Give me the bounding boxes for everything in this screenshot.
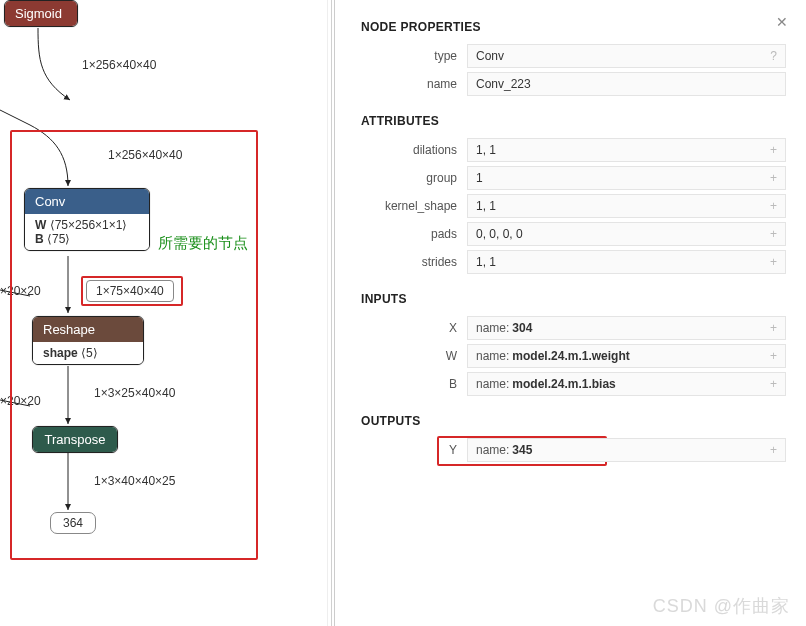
- attr-row-kernel-shape: kernel_shape 1, 1+: [361, 194, 786, 218]
- input-x-value[interactable]: name: 304+: [467, 316, 786, 340]
- output-row-y: Y name: 345+: [361, 438, 786, 462]
- plus-icon[interactable]: +: [770, 171, 777, 185]
- node-transpose-title: Transpose: [33, 427, 117, 452]
- tensor-tag-conv-out[interactable]: 1×75×40×40: [86, 280, 174, 302]
- node-conv[interactable]: Conv W ⟨75×256×1×1⟩ B ⟨75⟩: [24, 188, 150, 251]
- attr-row-group: group 1+: [361, 166, 786, 190]
- input-row-b: B name: model.24.m.1.bias+: [361, 372, 786, 396]
- output-y-value[interactable]: name: 345+: [467, 438, 786, 462]
- input-row-x: X name: 304+: [361, 316, 786, 340]
- plus-icon[interactable]: +: [770, 321, 777, 335]
- attr-pads-value[interactable]: 0, 0, 0, 0+: [467, 222, 786, 246]
- edge-dim-transpose-out: 1×3×40×40×25: [94, 474, 175, 488]
- node-reshape-title: Reshape: [33, 317, 143, 342]
- attr-group-value[interactable]: 1+: [467, 166, 786, 190]
- node-sigmoid-title: Sigmoid: [5, 1, 77, 26]
- node-reshape-body: shape ⟨5⟩: [33, 342, 143, 364]
- prop-row-name: name Conv_223: [361, 72, 786, 96]
- node-conv-body: W ⟨75×256×1×1⟩ B ⟨75⟩: [25, 214, 149, 250]
- panel-divider: [331, 0, 332, 626]
- plus-icon[interactable]: +: [770, 227, 777, 241]
- node-sigmoid[interactable]: Sigmoid: [4, 0, 78, 27]
- graph-canvas[interactable]: Sigmoid 1×256×40×40 ×20×20 ×20×20 1×256×…: [0, 0, 334, 626]
- attr-row-strides: strides 1, 1+: [361, 250, 786, 274]
- close-icon[interactable]: ✕: [776, 14, 788, 30]
- attr-row-dilations: dilations 1, 1+: [361, 138, 786, 162]
- prop-name-value[interactable]: Conv_223: [467, 72, 786, 96]
- node-transpose[interactable]: Transpose: [32, 426, 118, 453]
- properties-panel: ✕ NODE PROPERTIES type Conv ? name Conv_…: [334, 0, 806, 626]
- attr-strides-value[interactable]: 1, 1+: [467, 250, 786, 274]
- tensor-tag-final[interactable]: 364: [50, 512, 96, 534]
- attr-dilations-value[interactable]: 1, 1+: [467, 138, 786, 162]
- plus-icon[interactable]: +: [770, 143, 777, 157]
- plus-icon[interactable]: +: [770, 443, 777, 457]
- section-attributes-title: ATTRIBUTES: [361, 114, 786, 128]
- edge-dim-sigmoid-out: 1×256×40×40: [82, 58, 156, 72]
- attr-row-pads: pads 0, 0, 0, 0+: [361, 222, 786, 246]
- section-properties-title: NODE PROPERTIES: [361, 20, 786, 34]
- panel-divider-shadow: [327, 0, 328, 626]
- plus-icon[interactable]: +: [770, 199, 777, 213]
- edge-dim-reshape-out: 1×3×25×40×40: [94, 386, 175, 400]
- section-outputs-title: OUTPUTS: [361, 414, 786, 428]
- plus-icon[interactable]: +: [770, 349, 777, 363]
- prop-type-label: type: [361, 49, 467, 63]
- prop-type-value[interactable]: Conv ?: [467, 44, 786, 68]
- section-inputs-title: INPUTS: [361, 292, 786, 306]
- input-w-value[interactable]: name: model.24.m.1.weight+: [467, 344, 786, 368]
- node-reshape[interactable]: Reshape shape ⟨5⟩: [32, 316, 144, 365]
- edge-dim-conv-in: 1×256×40×40: [108, 148, 182, 162]
- plus-icon[interactable]: +: [770, 255, 777, 269]
- attr-kernel-shape-value[interactable]: 1, 1+: [467, 194, 786, 218]
- annotation-green-text: 所需要的节点: [158, 234, 248, 253]
- input-b-value[interactable]: name: model.24.m.1.bias+: [467, 372, 786, 396]
- help-icon[interactable]: ?: [770, 49, 777, 63]
- prop-row-type: type Conv ?: [361, 44, 786, 68]
- input-row-w: W name: model.24.m.1.weight+: [361, 344, 786, 368]
- plus-icon[interactable]: +: [770, 377, 777, 391]
- prop-name-label: name: [361, 77, 467, 91]
- node-conv-title: Conv: [25, 189, 149, 214]
